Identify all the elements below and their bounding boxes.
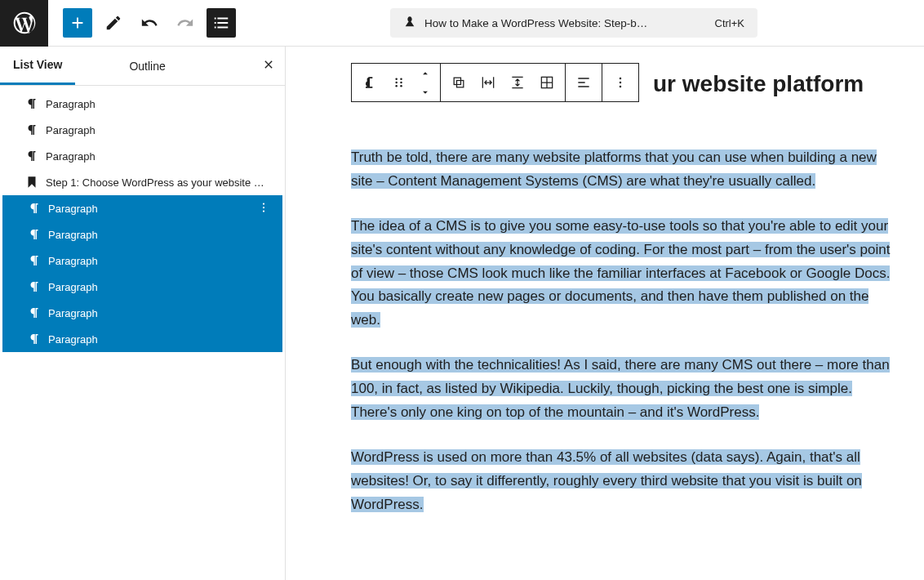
paragraph-block[interactable]: But enough with the technicalities! As I… — [351, 354, 891, 425]
paragraph-block[interactable]: WordPress is used on more than 43.5% of … — [351, 446, 891, 517]
more-options-button[interactable] — [606, 64, 635, 101]
list-item[interactable]: Paragraph — [0, 91, 285, 117]
keyboard-shortcut: Ctrl+K — [715, 17, 744, 29]
grid-button[interactable] — [532, 64, 562, 101]
tab-list-view[interactable]: List View — [0, 47, 75, 85]
list-item[interactable]: Paragraph — [2, 195, 282, 221]
drag-handle-button[interactable] — [384, 64, 414, 101]
list-item[interactable]: Paragraph — [2, 248, 282, 274]
list-item[interactable]: Paragraph — [0, 143, 285, 169]
undo-button[interactable] — [135, 8, 164, 38]
svg-point-14 — [620, 86, 622, 88]
list-item-label: Paragraph — [48, 333, 98, 346]
svg-rect-9 — [454, 78, 460, 84]
paragraph-icon — [27, 332, 42, 346]
list-item-label: Step 1: Choose WordPress as your website… — [46, 176, 264, 189]
block-list: ParagraphParagraphParagraphStep 1: Choos… — [0, 86, 285, 580]
content: ur website platform Truth be told, there… — [351, 71, 891, 517]
list-item-label: Paragraph — [48, 281, 98, 293]
list-item[interactable]: Step 1: Choose WordPress as your website… — [0, 169, 285, 195]
move-up-button[interactable] — [414, 64, 437, 83]
list-item[interactable]: Paragraph — [2, 300, 282, 326]
paragraph-icon — [24, 123, 39, 137]
paragraph-icon — [27, 201, 42, 216]
stretch-width-button[interactable] — [473, 64, 503, 101]
heading-icon — [24, 175, 39, 190]
list-item-label: Paragraph — [46, 98, 96, 110]
top-toolbar: How to Make a WordPress Website: Step-b…… — [0, 0, 924, 47]
svg-point-2 — [263, 210, 264, 212]
add-block-button[interactable] — [63, 8, 92, 38]
list-item-label: Paragraph — [46, 150, 96, 163]
svg-point-5 — [395, 85, 398, 87]
editor-canvas[interactable]: ur website platform Truth be told, there… — [286, 47, 924, 580]
wordpress-logo[interactable] — [0, 0, 48, 47]
list-item-label: Paragraph — [48, 203, 98, 215]
list-item[interactable]: Paragraph — [2, 326, 282, 352]
block-toolbar — [351, 63, 639, 102]
block-type-button[interactable] — [355, 64, 384, 101]
paragraph-icon — [27, 227, 42, 242]
sidebar-tabs: List View Outline — [0, 47, 285, 86]
list-item-label: Paragraph — [48, 307, 98, 319]
svg-point-3 — [395, 78, 398, 81]
move-down-button[interactable] — [414, 83, 437, 101]
list-item[interactable]: Paragraph — [2, 274, 282, 300]
pen-icon — [403, 16, 416, 31]
list-item-label: Paragraph — [48, 255, 98, 267]
paragraph-icon — [24, 149, 39, 163]
paragraph-icon — [27, 253, 42, 268]
paragraph-icon — [24, 96, 39, 111]
list-item-label: Paragraph — [46, 124, 96, 136]
svg-point-13 — [620, 82, 622, 84]
svg-point-8 — [400, 85, 402, 87]
svg-point-1 — [263, 206, 264, 207]
svg-point-6 — [400, 78, 402, 81]
align-button[interactable] — [569, 64, 598, 101]
close-sidebar-button[interactable] — [262, 58, 275, 74]
list-item[interactable]: Paragraph — [2, 221, 282, 248]
list-view-sidebar: List View Outline ParagraphParagraphPara… — [0, 47, 286, 580]
list-item-label: Paragraph — [48, 229, 98, 241]
paragraph-icon — [27, 306, 42, 320]
toolbar-left-group — [48, 0, 236, 46]
more-icon[interactable] — [256, 200, 271, 217]
svg-point-12 — [620, 78, 622, 80]
edit-tools-button[interactable] — [99, 8, 128, 38]
block-mover[interactable] — [414, 64, 437, 101]
svg-rect-10 — [457, 81, 464, 87]
svg-point-0 — [263, 203, 264, 204]
paragraph-block[interactable]: Truth be told, there are many website pl… — [351, 146, 891, 194]
align-height-button[interactable] — [503, 64, 532, 101]
svg-point-7 — [400, 82, 402, 84]
paragraph-icon — [27, 279, 42, 294]
tab-outline[interactable]: Outline — [116, 47, 178, 85]
paragraph-block[interactable]: The idea of a CMS is to give you some ea… — [351, 215, 891, 332]
list-view-toggle-button[interactable] — [207, 8, 236, 38]
document-title-bar[interactable]: How to Make a WordPress Website: Step-b…… — [390, 8, 757, 38]
copy-button[interactable] — [444, 64, 473, 101]
list-item[interactable]: Paragraph — [0, 117, 285, 143]
redo-button[interactable] — [171, 8, 200, 38]
svg-point-4 — [395, 82, 398, 84]
document-title: How to Make a WordPress Website: Step-b… — [424, 17, 702, 29]
